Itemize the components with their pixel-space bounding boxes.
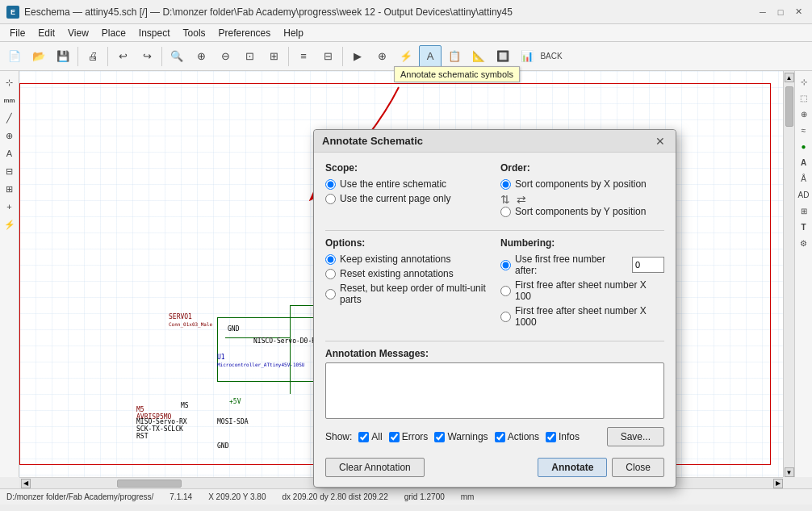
status-unit: mm: [461, 492, 475, 501]
order-x-radio[interactable]: [500, 179, 511, 190]
footprint-button[interactable]: 📐: [467, 45, 490, 68]
rt-select2[interactable]: ⊞: [797, 203, 811, 218]
menu-preferences[interactable]: Preferences: [212, 24, 278, 41]
order-x-label: Sort components by X position: [515, 178, 647, 190]
menu-tools[interactable]: Tools: [177, 24, 212, 41]
status-grid: grid 1.2700: [404, 492, 445, 501]
order-y-radio[interactable]: [500, 207, 511, 217]
lt-junction[interactable]: ⊕: [2, 128, 18, 144]
scope-current-radio[interactable]: [325, 194, 336, 204]
rt-settings[interactable]: ⚙: [797, 236, 811, 250]
annotate-button[interactable]: A: [419, 45, 442, 68]
numbering-sheet100-row: First free after sheet number X 100: [500, 279, 664, 302]
save-button[interactable]: 💾: [52, 45, 74, 68]
search-button[interactable]: 🔍: [165, 45, 188, 68]
lt-wire[interactable]: ╱: [2, 110, 18, 126]
dialog-close-button[interactable]: ✕: [653, 134, 668, 149]
scroll-thumb-v[interactable]: [785, 86, 793, 127]
sep2: [325, 341, 664, 341]
zoom-in-button[interactable]: ⊕: [190, 45, 212, 68]
menu-inspect[interactable]: Inspect: [132, 24, 177, 41]
close-button[interactable]: ✕: [791, 5, 806, 19]
chk-infos[interactable]: [546, 432, 556, 442]
menu-view[interactable]: View: [61, 24, 95, 41]
num-first-radio[interactable]: [500, 260, 511, 270]
chk-warnings[interactable]: [434, 432, 445, 442]
hierarchy-button[interactable]: ≡: [292, 45, 315, 68]
netinspector-button[interactable]: 📊: [516, 45, 538, 68]
menu-edit[interactable]: Edit: [31, 24, 61, 41]
chk-errors[interactable]: [389, 432, 400, 442]
clear-annotation-button[interactable]: Clear Annotation: [325, 458, 425, 477]
scroll-down-button[interactable]: ▼: [785, 467, 794, 477]
num-first-input[interactable]: [632, 257, 664, 273]
new-button[interactable]: 📄: [3, 45, 26, 68]
chk-actions[interactable]: [495, 432, 505, 442]
app-icon: E: [6, 6, 19, 19]
rt-net[interactable]: ≈: [797, 123, 811, 137]
symbol-fields-button[interactable]: 🔲: [492, 45, 514, 68]
opt-keep-radio[interactable]: [325, 254, 336, 265]
print-button[interactable]: 🖨: [82, 45, 104, 68]
minimize-button[interactable]: ─: [755, 5, 770, 19]
zoom-out-button[interactable]: ⊖: [214, 45, 236, 68]
toolbar-sep-5: [342, 47, 343, 66]
menu-file[interactable]: File: [3, 24, 31, 41]
back-button[interactable]: BACK: [540, 45, 563, 68]
rt-zoom[interactable]: ⊕: [797, 107, 811, 121]
right-toolbar: ⊹ ⬚ ⊕ ≈ ● A Å AD ⊞ T ⚙: [794, 71, 812, 477]
left-toolbar: ⊹ mm ╱ ⊕ A ⊟ ⊞ + ⚡: [0, 71, 19, 477]
scope-entire-radio[interactable]: [325, 179, 336, 190]
menu-place[interactable]: Place: [95, 24, 132, 41]
lt-global-label[interactable]: ⊟: [2, 163, 18, 179]
num-1000-radio[interactable]: [500, 312, 511, 322]
lt-label[interactable]: A: [2, 145, 18, 161]
close-button-dialog[interactable]: Close: [612, 458, 664, 477]
status-version: 7.1.14: [170, 492, 192, 501]
lt-hier-label[interactable]: ⊞: [2, 181, 18, 197]
menu-help[interactable]: Help: [277, 24, 310, 41]
scroll-thumb-h[interactable]: [117, 480, 182, 488]
rt-a2[interactable]: Å: [797, 171, 811, 186]
lt-mm[interactable]: mm: [2, 92, 18, 108]
opt-reset-radio[interactable]: [325, 269, 336, 279]
lt-cursor[interactable]: ⊹: [2, 74, 18, 90]
chk-all[interactable]: [358, 432, 369, 442]
lt-add-symbol[interactable]: +: [2, 199, 18, 215]
zoom-redraw-button[interactable]: ⊞: [262, 45, 285, 68]
scroll-right-button[interactable]: ▶: [773, 479, 783, 488]
rt-ad[interactable]: AD: [797, 187, 811, 202]
netlist-button[interactable]: ⊟: [316, 45, 339, 68]
order-y-label: Sort components by Y position: [515, 206, 646, 217]
run-erc-button[interactable]: ▶: [346, 45, 369, 68]
scroll-track-v: [785, 82, 793, 467]
annotate-button-dialog[interactable]: Annotate: [538, 458, 607, 477]
toolbar: 📄 📂 💾 🖨 ↩ ↪ 🔍 ⊕ ⊖ ⊡ ⊞ ≡ ⊟ ▶ ⊕ ⚡ A 📋 📐 🔲 …: [0, 42, 812, 71]
zoom-fit-button[interactable]: ⊡: [238, 45, 261, 68]
bom-button[interactable]: 📋: [443, 45, 466, 68]
scroll-left-button[interactable]: ◀: [21, 479, 31, 488]
vertical-scrollbar[interactable]: ▲ ▼: [783, 71, 794, 477]
undo-button[interactable]: ↩: [111, 45, 134, 68]
save-button-dialog[interactable]: Save...: [607, 427, 664, 446]
add-symbol-button[interactable]: ⊕: [370, 45, 393, 68]
option-keep-item: Keep existing annotations: [325, 253, 489, 265]
rt-select[interactable]: ⬚: [797, 90, 811, 105]
scroll-up-button[interactable]: ▲: [785, 73, 794, 82]
show-row: Show: All Errors Warnings Actions: [325, 427, 664, 446]
maximize-button[interactable]: □: [773, 5, 788, 19]
open-button[interactable]: 📂: [27, 45, 50, 68]
show-errors-item: Errors: [389, 431, 429, 442]
opt-reset-keep-radio[interactable]: [325, 289, 336, 299]
lt-add-power[interactable]: ⚡: [2, 216, 18, 232]
rt-a[interactable]: A: [797, 155, 811, 170]
order-label: Order:: [500, 162, 664, 174]
num-100-radio[interactable]: [500, 286, 511, 296]
rt-green-dot[interactable]: ●: [797, 139, 811, 153]
rt-cursor[interactable]: ⊹: [797, 74, 811, 89]
redo-button[interactable]: ↪: [136, 45, 158, 68]
gnd-label1: GND: [228, 325, 239, 333]
rt-t[interactable]: T: [797, 220, 811, 234]
gnd-label2: GND: [217, 442, 228, 450]
add-power-button[interactable]: ⚡: [395, 45, 417, 68]
